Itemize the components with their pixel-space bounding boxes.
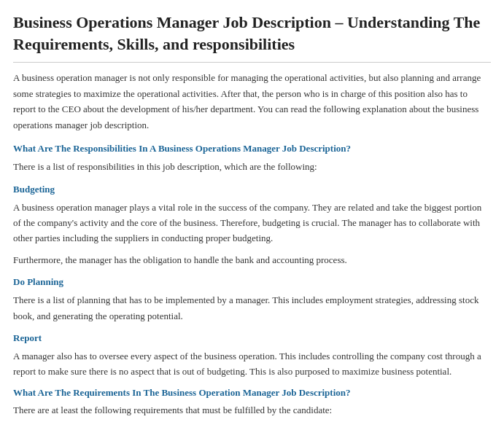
subsection-budgeting: Budgeting A business operation manager p… <box>13 182 491 268</box>
subsection-planning: Do Planning There is a list of planning … <box>13 275 491 324</box>
section2-heading: What Are The Requirements In The Busines… <box>13 386 491 401</box>
subsection-report: Report A manager also has to oversee eve… <box>13 331 491 380</box>
section1-heading: What Are The Responsibilities In A Busin… <box>13 141 491 157</box>
page-title: Business Operations Manager Job Descript… <box>13 12 491 63</box>
planning-title: Do Planning <box>13 275 491 290</box>
section2-intro: There are at least the following require… <box>13 403 491 418</box>
report-title: Report <box>13 331 491 346</box>
planning-para-1: There is a list of planning that has to … <box>13 292 491 324</box>
budgeting-title: Budgeting <box>13 182 491 198</box>
budgeting-para-1: A business operation manager plays a vit… <box>13 200 491 246</box>
budgeting-para-2: Furthermore, the manager has the obligat… <box>13 252 491 267</box>
section1-intro: There is a list of responsibilities in t… <box>13 160 491 175</box>
report-para-1: A manager also has to oversee every aspe… <box>13 348 491 380</box>
intro-paragraph: A business operation manager is not only… <box>13 70 491 133</box>
